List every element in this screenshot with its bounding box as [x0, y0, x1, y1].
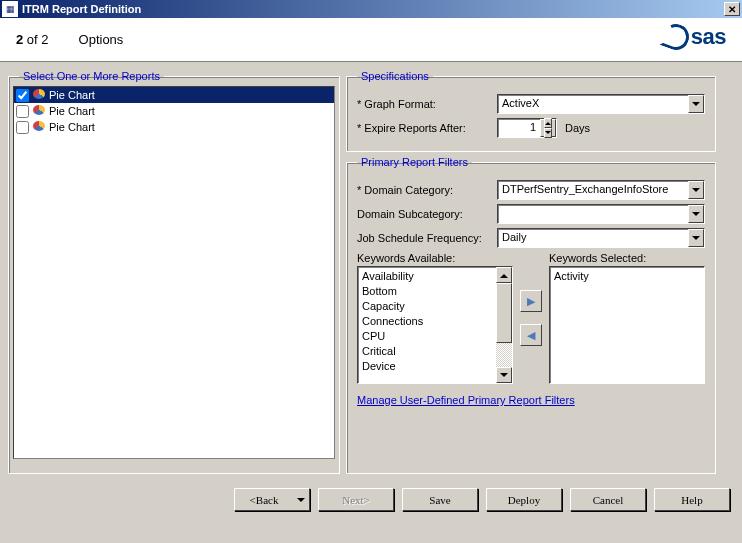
- scroll-thumb[interactable]: [496, 283, 512, 343]
- step-current: 2: [16, 32, 23, 47]
- report-row[interactable]: Pie Chart: [14, 87, 334, 103]
- sas-logo: sas: [663, 24, 726, 50]
- list-item[interactable]: Bottom: [362, 284, 492, 299]
- deploy-button[interactable]: Deploy: [486, 488, 562, 511]
- graph-format-label: * Graph Format:: [357, 98, 497, 110]
- keywords-selected-label: Keywords Selected:: [549, 252, 705, 264]
- list-item[interactable]: Device: [362, 359, 492, 374]
- list-item[interactable]: Activity: [554, 269, 700, 284]
- domain-category-value: DTPerfSentry_ExchangeInfoStore: [498, 181, 688, 199]
- scroll-track[interactable]: [496, 283, 512, 367]
- domain-category-label: * Domain Category:: [357, 184, 497, 196]
- reports-group: Select One or More Reports Pie ChartPie …: [8, 70, 340, 474]
- keywords-selected-list[interactable]: Activity: [549, 266, 705, 384]
- report-label: Pie Chart: [49, 89, 95, 101]
- list-item[interactable]: Availability: [362, 269, 492, 284]
- expire-value: 1: [498, 119, 540, 137]
- move-right-button[interactable]: ▶: [520, 290, 542, 312]
- specifications-legend: Specifications: [357, 70, 433, 82]
- button-bar: <Back Next> Save Deploy Cancel Help: [0, 482, 742, 511]
- scrollbar[interactable]: [496, 267, 512, 383]
- pie-chart-icon: [32, 105, 46, 117]
- help-button[interactable]: Help: [654, 488, 730, 511]
- list-item[interactable]: Critical: [362, 344, 492, 359]
- chevron-down-icon[interactable]: [688, 205, 704, 223]
- expire-spinner[interactable]: 1: [497, 118, 557, 138]
- pie-chart-icon: [32, 121, 46, 133]
- chevron-down-icon[interactable]: [688, 95, 704, 113]
- filters-group: Primary Report Filters * Domain Category…: [346, 156, 716, 474]
- back-button[interactable]: <Back: [234, 488, 310, 511]
- next-button[interactable]: Next>: [318, 488, 394, 511]
- window-title: ITRM Report Definition: [22, 3, 724, 15]
- list-item[interactable]: Capacity: [362, 299, 492, 314]
- list-item[interactable]: CPU: [362, 329, 492, 344]
- domain-subcategory-combo[interactable]: [497, 204, 705, 224]
- domain-subcategory-label: Domain Subcategory:: [357, 208, 497, 220]
- days-label: Days: [565, 122, 590, 134]
- report-row[interactable]: Pie Chart: [14, 103, 334, 119]
- report-checkbox[interactable]: [16, 89, 29, 102]
- cancel-button[interactable]: Cancel: [570, 488, 646, 511]
- spinner-up-icon[interactable]: [544, 118, 552, 128]
- report-list[interactable]: Pie ChartPie ChartPie Chart: [13, 86, 335, 459]
- domain-subcategory-value: [498, 205, 688, 223]
- pie-chart-icon: [32, 89, 46, 101]
- manage-filters-link[interactable]: Manage User-Defined Primary Report Filte…: [357, 394, 575, 406]
- reports-legend: Select One or More Reports: [19, 70, 164, 82]
- save-button[interactable]: Save: [402, 488, 478, 511]
- specifications-group: Specifications * Graph Format: ActiveX *…: [346, 70, 716, 152]
- options-link[interactable]: Options: [79, 32, 124, 47]
- list-item[interactable]: Connections: [362, 314, 492, 329]
- job-schedule-value: Daily: [498, 229, 688, 247]
- app-icon: ▦: [2, 1, 18, 17]
- keywords-available-label: Keywords Available:: [357, 252, 513, 264]
- wizard-header: 2 of 2 Options sas: [0, 18, 742, 62]
- job-schedule-label: Job Schedule Frequency:: [357, 232, 497, 244]
- report-label: Pie Chart: [49, 105, 95, 117]
- expire-label: * Expire Reports After:: [357, 122, 497, 134]
- step-total: of 2: [27, 32, 49, 47]
- graph-format-combo[interactable]: ActiveX: [497, 94, 705, 114]
- graph-format-value: ActiveX: [498, 95, 688, 113]
- chevron-down-icon[interactable]: [688, 181, 704, 199]
- job-schedule-combo[interactable]: Daily: [497, 228, 705, 248]
- step-indicator: 2 of 2: [16, 32, 49, 47]
- report-checkbox[interactable]: [16, 121, 29, 134]
- report-checkbox[interactable]: [16, 105, 29, 118]
- spinner-buttons[interactable]: [540, 119, 556, 137]
- chevron-down-icon[interactable]: [688, 229, 704, 247]
- sas-swirl-icon: [659, 20, 692, 53]
- report-label: Pie Chart: [49, 121, 95, 133]
- titlebar: ▦ ITRM Report Definition ✕: [0, 0, 742, 18]
- close-icon[interactable]: ✕: [724, 2, 740, 16]
- report-row[interactable]: Pie Chart: [14, 119, 334, 135]
- keywords-available-list[interactable]: AvailabilityBottomCapacityConnectionsCPU…: [357, 266, 513, 384]
- spinner-down-icon[interactable]: [544, 128, 552, 138]
- move-left-button[interactable]: ◀: [520, 324, 542, 346]
- scroll-up-icon[interactable]: [496, 267, 512, 283]
- filters-legend: Primary Report Filters: [357, 156, 472, 168]
- domain-category-combo[interactable]: DTPerfSentry_ExchangeInfoStore: [497, 180, 705, 200]
- scroll-down-icon[interactable]: [496, 367, 512, 383]
